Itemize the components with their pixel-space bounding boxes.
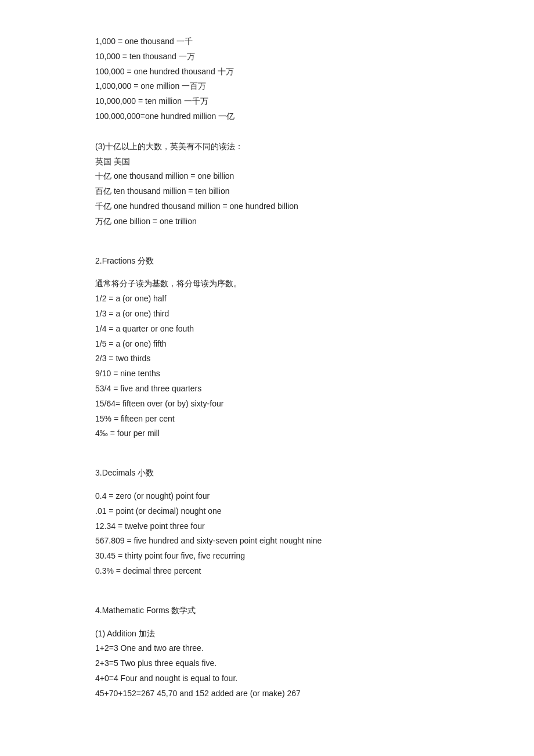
fractions-line-8: 15% = fifteen per cent [95,412,439,426]
fractions-line-0: 1/2 = a (or one) half [95,292,439,306]
uk-us-header: 英国 美国 [95,155,439,169]
decimals-line-4: 30.45 = thirty point four five, five rec… [95,549,439,563]
fractions-line-4: 2/3 = two thirds [95,352,439,366]
fractions-line-2: 1/4 = a quarter or one fouth [95,322,439,336]
fractions-intro: 通常将分子读为基数，将分母读为序数。 [95,277,439,291]
addition-subtitle: (1) Addition 加法 [95,627,439,641]
fractions-line-9: 4‰ = four per mill [95,427,439,441]
line-10000000: 10,000,000 = ten million 一千万 [95,95,439,109]
fractions-title: 2.Fractions 分数 [95,254,439,268]
page-content: 1,000 = one thousand 一千 10,000 = ten tho… [95,35,439,700]
uk-us-line-1: 十亿 one thousand million = one billion [95,170,439,183]
large-numbers-section: 1,000 = one thousand 一千 10,000 = ten tho… [95,35,439,124]
uk-us-line-3: 千亿 one hundred thousand million = one hu… [95,200,439,214]
decimals-line-3: 567.809 = five hundred and sixty-seven p… [95,534,439,548]
uk-us-line-4: 万亿 one billion = one trillion [95,215,439,229]
fractions-line-3: 1/5 = a (or one) fifth [95,337,439,351]
line-1000: 1,000 = one thousand 一千 [95,35,439,49]
decimals-title: 3.Decimals 小数 [95,466,439,480]
fractions-line-6: 53/4 = five and three quarters [95,382,439,396]
uk-us-intro: (3)十亿以上的大数，英美有不同的读法： [95,140,439,154]
addition-line-1: 2+3=5 Two plus three equals five. [95,657,439,671]
uk-us-section: (3)十亿以上的大数，英美有不同的读法： 英国 美国 十亿 one thousa… [95,140,439,229]
decimals-line-0: 0.4 = zero (or nought) point four [95,489,439,503]
line-100000000: 100,000,000=one hundred million 一亿 [95,110,439,124]
decimals-line-1: .01 = point (or decimal) nought one [95,505,439,519]
decimals-section: 3.Decimals 小数 0.4 = zero (or nought) poi… [95,466,439,578]
uk-us-line-2: 百亿 ten thousand million = ten billion [95,185,439,199]
fractions-line-5: 9/10 = nine tenths [95,367,439,381]
addition-line-0: 1+2=3 One and two are three. [95,642,439,656]
mathematic-forms-title: 4.Mathematic Forms 数学式 [95,604,439,618]
fractions-section: 2.Fractions 分数 通常将分子读为基数，将分母读为序数。 1/2 = … [95,254,439,441]
fractions-line-1: 1/3 = a (or one) third [95,307,439,321]
decimals-line-2: 12.34 = twelve point three four [95,520,439,534]
decimals-line-5: 0.3% = decimal three percent [95,564,439,578]
line-1000000: 1,000,000 = one million 一百万 [95,80,439,93]
line-100000: 100,000 = one hundred thousand 十万 [95,65,439,79]
addition-line-3: 45+70+152=267 45,70 and 152 added are (o… [95,687,439,701]
mathematic-forms-section: 4.Mathematic Forms 数学式 (1) Addition 加法 1… [95,604,439,701]
addition-line-2: 4+0=4 Four and nought is equal to four. [95,672,439,686]
line-10000: 10,000 = ten thousand 一万 [95,50,439,64]
fractions-line-7: 15/64= fifteen over (or by) sixty-four [95,397,439,411]
